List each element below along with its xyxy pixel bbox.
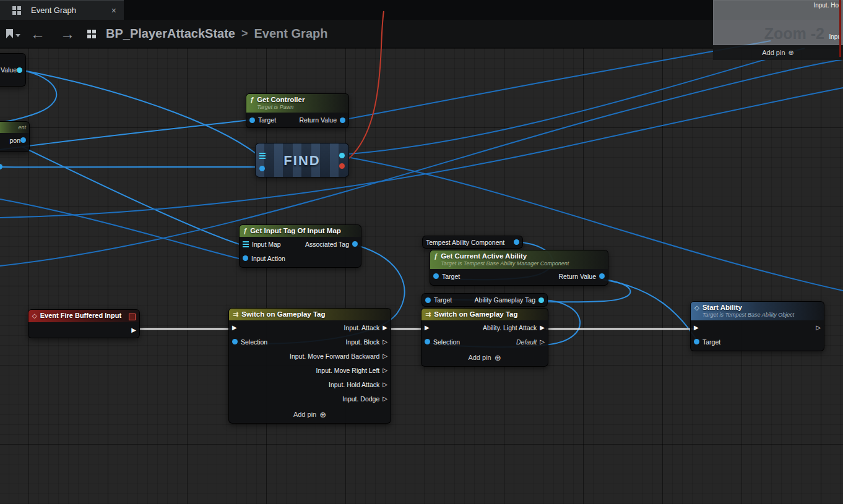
add-pin-label: Add pin [293,411,316,418]
add-pin-button[interactable]: Add pin ⊕ [422,349,548,366]
node-start-ability[interactable]: ◇ Start Ability Target is Tempest Base A… [690,301,824,351]
node-title: Get Input Tag Of Input Map [250,226,341,235]
pin-label: Input. Move Forward Backward [290,352,379,360]
pin-ability-gameplay-tag[interactable]: Ability Gameplay Tag [475,296,544,304]
pin-label: Ability Gameplay Tag [475,296,535,304]
pin-selection[interactable]: Selection [425,338,460,346]
delegate-box-icon [129,314,136,320]
pin-label: Input. Hold Attack [329,381,379,388]
add-pin-label: Add pin [468,354,491,361]
pin-input-move-right-left[interactable]: Input. Move Right Left ▷ [316,367,387,374]
tag-pin-icon [352,241,358,247]
pin-associated-tag[interactable]: Associated Tag [305,241,358,248]
map-pin-icon[interactable] [259,153,266,159]
node-get-input-tag-of-input-map[interactable]: ƒ Get Input Tag Of Input Map Input Map A… [239,224,361,268]
node-title: Tempest Ability Component [426,239,504,246]
pin-label: Target [258,116,276,124]
object-pin-icon[interactable] [514,239,519,245]
node-subtitle: ent [18,124,26,131]
function-icon: ƒ [243,226,247,235]
exec-out-pin: ▶ [540,325,545,331]
tag-pin-icon [425,339,430,344]
blueprint-editor: Event Graph × ← → BP_PlayerAttackState >… [0,0,843,504]
add-pin-button[interactable]: Add pin ⊕ [229,406,391,423]
tab-event-graph[interactable]: Event Graph × [0,0,124,20]
node-get-ability-gameplay-tag[interactable]: Target Ability Gameplay Tag [422,293,548,307]
pin-label: Input. Block [345,338,379,346]
pin-return-value[interactable]: Return Value [299,116,345,124]
key-pin-icon[interactable] [259,166,265,171]
event-icon: ◇ [32,311,37,320]
pin-label: Input Map [252,241,281,248]
node-map-find[interactable]: FIND [255,143,349,177]
pin-return-value[interactable]: Return Value [558,273,605,280]
node-tempest-ability-component[interactable]: Tempest Ability Component [422,236,523,249]
pin-label: Input Action [251,255,285,262]
exec-out-pin: ▷ [383,339,387,345]
exec-out-pin[interactable]: ▷ [816,325,821,331]
tag-pin-icon [538,297,544,303]
exec-in-pin[interactable]: ▶ [232,325,237,331]
object-pin-icon [694,339,699,344]
close-icon[interactable]: × [111,6,116,15]
forward-button[interactable]: → [53,27,82,41]
node-event-fire-buffered-input[interactable]: ◇ Event Fire Buffered Input ▶ [28,309,140,338]
graph-tab-icon [12,6,21,15]
pin-target[interactable]: Target [433,273,460,280]
pin-label: Default [516,338,537,346]
function-icon: ƒ [250,95,254,104]
bookmark-icon[interactable] [6,29,13,38]
node-title: FIND [256,153,348,169]
value-pin-icon[interactable] [339,153,345,158]
pin-input-map[interactable]: Input Map [243,241,281,248]
pin-target[interactable]: Target [694,338,720,346]
pin-label: Input. Move Right Left [316,367,380,374]
node-switch-on-gameplay-tag-2[interactable]: ⇉ Switch on Gameplay Tag ▶ Ability. Ligh… [421,308,548,367]
node-subtitle: Target is Tempest Base Ability Object [702,312,795,318]
add-pin-button[interactable]: Add pin ⊕ [713,45,843,60]
node-title: Get Controller [257,95,305,104]
pin-ability-light-attack[interactable]: Ability. Light Attack ▶ [483,324,545,331]
pin-input-hold-attack[interactable]: Input. Hold Attack ▷ [329,381,387,388]
exec-out-pin: ▷ [540,339,545,345]
pin-target[interactable]: Target [425,296,452,304]
pin-default[interactable]: Default ▷ [516,338,545,346]
graph-canvas[interactable] [0,20,843,504]
pin-input-action[interactable]: Input Action [243,255,285,262]
node-switch-on-gameplay-tag-1[interactable]: ⇉ Switch on Gameplay Tag ▶ Input. Attack… [228,308,391,424]
pin-input-dodge[interactable]: Input. Dodge ▷ [342,395,387,403]
pin-input-attack[interactable]: Input. Attack ▶ [344,324,388,331]
node-get-controller[interactable]: ƒ Get Controller Target is Pawn Target R… [246,93,349,128]
switch-icon: ⇉ [233,310,238,318]
object-pin-icon[interactable] [17,67,22,73]
zoom-indicator: Zoom -2 [764,25,824,43]
pin-selection[interactable]: Selection [232,338,267,346]
exec-in-pin[interactable]: ▶ [694,325,699,331]
bool-pin-icon[interactable] [339,163,345,169]
pin-label: Target [442,273,460,280]
partial-node-value[interactable]: Value [0,53,26,87]
pin-label: Value [1,66,17,74]
object-pin-icon [599,273,605,279]
node-title: Switch on Gameplay Tag [241,310,325,318]
node-title: Switch on Gameplay Tag [434,310,517,318]
breadcrumb-root[interactable]: BP_PlayerAttackState [106,27,235,41]
add-circle-icon: ⊕ [789,49,794,57]
pin-label: Ability. Light Attack [483,324,537,331]
pin-label: Return Value [299,116,337,124]
pin-label: Target [702,338,720,346]
partial-node-component[interactable]: ent pon [0,121,30,152]
pin-label: Input. Ho [813,2,839,9]
function-call-icon: ◇ [694,303,699,312]
object-pin-icon [243,255,248,261]
exec-out-pin[interactable]: ▶ [131,327,136,333]
chevron-down-icon[interactable] [15,34,20,37]
object-pin-icon [249,117,255,123]
pin-target[interactable]: Target [249,116,276,124]
node-get-current-active-ability[interactable]: ƒ Get Current Active Ability Target is T… [430,250,608,286]
pin-input-move-forward-backward[interactable]: Input. Move Forward Backward ▷ [290,352,387,360]
pin-input-block[interactable]: Input. Block ▷ [345,338,387,346]
back-button[interactable]: ← [23,27,53,41]
exec-in-pin[interactable]: ▶ [425,325,430,331]
object-pin-icon[interactable] [20,137,26,143]
